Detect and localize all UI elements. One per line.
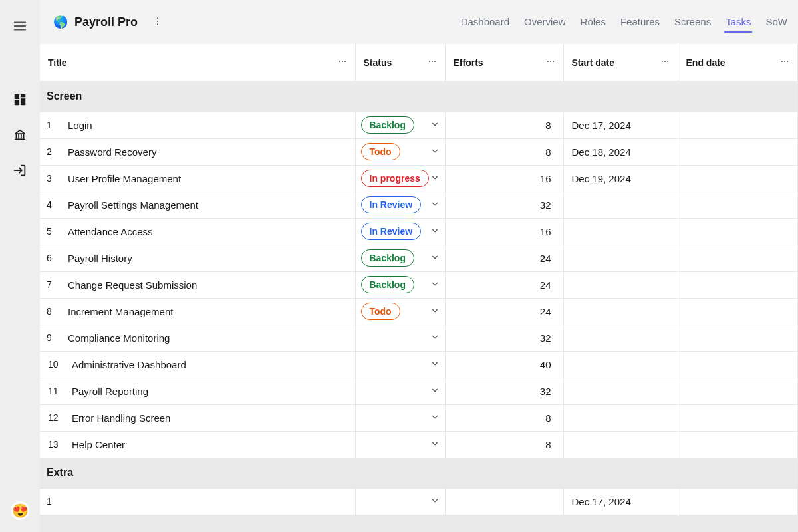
nav-dashboard-button[interactable]: [13, 92, 27, 109]
cell-end-date[interactable]: [678, 192, 798, 218]
cell-start-date[interactable]: Dec 17, 2024: [563, 488, 678, 515]
cell-title[interactable]: 6Payroll History: [40, 245, 355, 271]
cell-end-date[interactable]: [678, 488, 798, 515]
status-badge[interactable]: Todo: [361, 303, 400, 320]
cell-start-date[interactable]: [563, 218, 678, 245]
col-menu-button[interactable]: [428, 57, 437, 68]
cell-start-date[interactable]: [563, 245, 678, 271]
status-dropdown-button[interactable]: [430, 173, 440, 184]
status-badge[interactable]: Backlog: [361, 276, 414, 293]
status-badge[interactable]: In progress: [361, 170, 429, 187]
cell-status[interactable]: Todo: [355, 298, 445, 325]
tab-sow[interactable]: SoW: [764, 12, 789, 33]
table-row[interactable]: 4Payroll Settings ManagementIn Review32: [40, 192, 798, 218]
table-row[interactable]: 7Change Request SubmissionBacklog24: [40, 271, 798, 298]
tab-screens[interactable]: Screens: [673, 12, 712, 33]
status-dropdown-button[interactable]: [430, 279, 440, 291]
col-menu-button[interactable]: [660, 57, 670, 68]
cell-title[interactable]: 4Payroll Settings Management: [40, 192, 355, 218]
cell-end-date[interactable]: [678, 325, 798, 351]
table-row[interactable]: 1LoginBacklog8Dec 17, 2024: [40, 112, 798, 138]
cell-end-date[interactable]: [678, 112, 798, 138]
table-row[interactable]: 1Dec 17, 2024: [40, 488, 798, 515]
status-badge[interactable]: In Review: [361, 196, 422, 213]
cell-status[interactable]: In Review: [355, 192, 445, 218]
table-row[interactable]: 8Increment ManagementTodo24: [40, 298, 798, 325]
cell-efforts[interactable]: 8: [445, 112, 563, 138]
cell-start-date[interactable]: [563, 351, 678, 378]
status-dropdown-button[interactable]: [430, 306, 440, 317]
cell-start-date[interactable]: Dec 17, 2024: [563, 112, 678, 138]
cell-title[interactable]: 12Error Handling Screen: [40, 404, 355, 431]
cell-status[interactable]: [355, 431, 445, 458]
status-dropdown-button[interactable]: [430, 496, 440, 507]
nav-bank-button[interactable]: [13, 128, 27, 144]
cell-end-date[interactable]: [678, 165, 798, 192]
status-dropdown-button[interactable]: [430, 120, 440, 131]
status-badge[interactable]: In Review: [361, 223, 422, 240]
col-header-start[interactable]: Start date: [563, 44, 678, 81]
cell-title[interactable]: 2Password Recovery: [40, 138, 355, 165]
col-header-title[interactable]: Title: [40, 44, 355, 81]
cell-efforts[interactable]: 32: [445, 325, 563, 351]
tab-dashboard[interactable]: Dashboard: [460, 12, 511, 33]
cell-status[interactable]: Backlog: [355, 112, 445, 138]
cell-status[interactable]: Todo: [355, 138, 445, 165]
table-row[interactable]: 10Administrative Dashboard40: [40, 351, 798, 378]
cell-start-date[interactable]: [563, 404, 678, 431]
table-row[interactable]: 3User Profile ManagementIn progress16Dec…: [40, 165, 798, 192]
cell-status[interactable]: [355, 378, 445, 404]
status-badge[interactable]: Todo: [361, 143, 400, 160]
tab-overview[interactable]: Overview: [523, 12, 567, 33]
cell-status[interactable]: Backlog: [355, 271, 445, 298]
table-row[interactable]: 9Compliance Monitoring32: [40, 325, 798, 351]
cell-end-date[interactable]: [678, 431, 798, 458]
cell-status[interactable]: In Review: [355, 218, 445, 245]
table-row[interactable]: 6Payroll HistoryBacklog24: [40, 245, 798, 271]
cell-status[interactable]: In progress: [355, 165, 445, 192]
cell-end-date[interactable]: [678, 271, 798, 298]
status-dropdown-button[interactable]: [430, 359, 440, 370]
cell-title[interactable]: 1Login: [40, 112, 355, 138]
cell-efforts[interactable]: 32: [445, 192, 563, 218]
col-header-status[interactable]: Status: [355, 44, 445, 81]
hamburger-menu-button[interactable]: [13, 19, 27, 35]
cell-status[interactable]: [355, 488, 445, 515]
cell-start-date[interactable]: [563, 192, 678, 218]
cell-start-date[interactable]: Dec 18, 2024: [563, 138, 678, 165]
cell-start-date[interactable]: [563, 298, 678, 325]
cell-status[interactable]: [355, 325, 445, 351]
cell-title[interactable]: 8Increment Management: [40, 298, 355, 325]
cell-start-date[interactable]: [563, 378, 678, 404]
tab-roles[interactable]: Roles: [579, 12, 607, 33]
table-row[interactable]: 2Password RecoveryTodo8Dec 18, 2024: [40, 138, 798, 165]
cell-efforts[interactable]: 8: [445, 138, 563, 165]
cell-title[interactable]: 9Compliance Monitoring: [40, 325, 355, 351]
status-dropdown-button[interactable]: [430, 439, 440, 450]
status-dropdown-button[interactable]: [430, 146, 440, 158]
cell-efforts[interactable]: 8: [445, 431, 563, 458]
cell-end-date[interactable]: [678, 218, 798, 245]
table-row[interactable]: 5Attendance AccessIn Review16: [40, 218, 798, 245]
col-menu-button[interactable]: [338, 57, 347, 68]
status-badge[interactable]: Backlog: [361, 116, 414, 134]
feedback-button[interactable]: 😍: [11, 501, 29, 520]
tab-features[interactable]: Features: [619, 12, 661, 33]
cell-end-date[interactable]: [678, 351, 798, 378]
col-menu-button[interactable]: [546, 57, 555, 68]
app-menu-button[interactable]: [152, 16, 163, 29]
cell-status[interactable]: Backlog: [355, 245, 445, 271]
cell-end-date[interactable]: [678, 298, 798, 325]
cell-title[interactable]: 11Payroll Reporting: [40, 378, 355, 404]
cell-efforts[interactable]: 24: [445, 298, 563, 325]
cell-start-date[interactable]: [563, 271, 678, 298]
table-row[interactable]: 13Help Center8: [40, 431, 798, 458]
cell-end-date[interactable]: [678, 245, 798, 271]
cell-efforts[interactable]: 40: [445, 351, 563, 378]
cell-end-date[interactable]: [678, 138, 798, 165]
cell-end-date[interactable]: [678, 378, 798, 404]
cell-title[interactable]: 3User Profile Management: [40, 165, 355, 192]
cell-title[interactable]: 7Change Request Submission: [40, 271, 355, 298]
table-row[interactable]: 12Error Handling Screen8: [40, 404, 798, 431]
cell-efforts[interactable]: [445, 488, 563, 515]
